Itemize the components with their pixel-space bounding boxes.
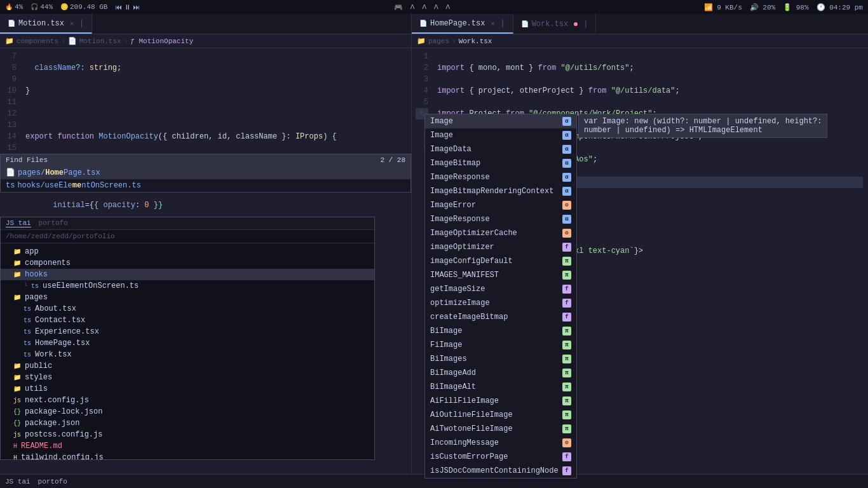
filetree-tab-js[interactable]: JS tai [6, 219, 31, 227]
tree-item-tailwind[interactable]: H tailwind.config.js [1, 452, 374, 459]
tree-item-pages[interactable]: 📁 pages [1, 292, 374, 303]
lambda-4: Λ [446, 3, 451, 11]
ts-icon-contact: ts [24, 317, 31, 324]
find-files-path-1: pages/HomePage.tsx [18, 168, 100, 177]
topbar: 🔥 4% 🎧 44% 🪙 209.48 GB ⏮ ⏸ ⏭ 🎮 Λ Λ Λ Λ 📶… [0, 0, 868, 14]
folder-icon-pages: 📁 [13, 294, 21, 301]
volume-level: 🔊 20% [750, 3, 775, 11]
pause-icon[interactable]: ⏸ [124, 3, 131, 11]
homepage-icon: 📄 [419, 20, 427, 27]
tree-item-components[interactable]: 📁 components [1, 257, 374, 269]
find-files-item-homepage[interactable]: 📄 pages/HomePage.tsx [1, 166, 410, 179]
tab-homepage-tsx[interactable]: 📄 HomePage.tsx ✕ | [412, 14, 513, 34]
ac-item-iscustomerrorpage[interactable]: isCustomErrorPage f [425, 450, 576, 464]
tab-motion-tsx[interactable]: 📄 Motion.tsx ✕ | [0, 14, 92, 34]
bc-motion: Motion.tsx [79, 37, 121, 45]
ac-item-imageoptimizercache[interactable]: ImageOptimizerCache ⚙ [425, 226, 576, 240]
tree-item-homepage[interactable]: ts HomePage.tsx [1, 337, 374, 349]
tree-item-public[interactable]: 📁 public [1, 360, 374, 372]
ac-item-incomingmessage[interactable]: IncomingMessage ⚙ [425, 436, 576, 450]
find-files-overlay: Find Files 2 / 28 📄 pages/HomePage.tsx t… [0, 154, 411, 193]
ac-item-aioutlinefileimage[interactable]: AiOutlineFileImage π [425, 408, 576, 422]
tree-item-package[interactable]: {} package.json [1, 417, 374, 429]
tree-label-packagelock: package-lock.json [25, 407, 102, 416]
storage-value: 209.48 GB [70, 3, 107, 11]
storage-item: 🪙 209.48 GB [60, 3, 107, 11]
tree-item-hooks[interactable]: 📁 hooks [1, 269, 374, 280]
status-item-portofo: portofo [38, 478, 67, 485]
find-files-count: 2 / 28 [380, 156, 405, 164]
filetree-tab-portofo[interactable]: portofo [39, 219, 68, 227]
bc-icon2: 📄 [68, 37, 77, 45]
ac-item-biimageadd[interactable]: BiImageAdd π [425, 366, 576, 380]
battery-level: 🔋 98% [783, 3, 808, 11]
right-bc-file: Work.tsx [459, 37, 492, 45]
tree-label-work: Work.tsx [35, 350, 72, 359]
tree-item-readme[interactable]: H README.md [1, 440, 374, 452]
tree-item-nextconfig[interactable]: js next.config.js [1, 395, 374, 406]
ac-item-imagedata[interactable]: ImageData α [425, 142, 576, 156]
tree-item-packagelock[interactable]: {} package-lock.json [1, 406, 374, 417]
prev-icon[interactable]: ⏮ [115, 3, 122, 11]
tree-item-styles[interactable]: 📁 styles [1, 372, 374, 383]
ac-item-imagebitmap[interactable]: ImageBitmap α [425, 156, 576, 170]
tree-label-readme: README.md [21, 442, 62, 451]
left-tabbar: 📄 Motion.tsx ✕ | [0, 14, 411, 34]
next-icon[interactable]: ⏭ [133, 3, 140, 11]
tree-label-homepage: HomePage.tsx [35, 339, 90, 348]
ac-item-imageresponse[interactable]: ImageResponse α [425, 170, 576, 184]
ac-item-optimizeimage[interactable]: optimizeImage f [425, 296, 576, 310]
status-item-js: JS tai [5, 478, 31, 485]
ac-item-images-manifest[interactable]: IMAGES_MANIFEST π [425, 268, 576, 282]
right-breadcrumb: 📁 pages › Work.tsx [412, 34, 868, 48]
tree-item-app[interactable]: 📁 app [1, 246, 374, 257]
file-icon-ts: ts [6, 181, 15, 190]
tree-item-experience[interactable]: ts Experience.tsx [1, 326, 374, 337]
ac-item-isjsdoccomment[interactable]: isJSDocCommentContainingNode f [425, 464, 576, 478]
json-icon-package: {} [13, 420, 21, 427]
ac-item-biimagealt[interactable]: BiImageAlt π [425, 380, 576, 394]
ac-item-biimages[interactable]: BiImages π [425, 352, 576, 366]
ac-item-imagebitmaprendering[interactable]: ImageBitmapRenderingContext α [425, 184, 576, 198]
ac-item-getimagesize[interactable]: getImageSize f [425, 282, 576, 296]
bc-components: components [17, 37, 58, 45]
ts-icon-experience: ts [24, 329, 31, 336]
filetree-panel: JS tai portofo /home/zedd/zedd/portofoli… [0, 217, 375, 460]
work-icon: 📄 [521, 20, 529, 28]
ac-item-image2[interactable]: Image α [425, 128, 576, 142]
tab-work-tsx[interactable]: 📄 Work.tsx | [513, 14, 597, 34]
ac-item-imageconfigdefault[interactable]: imageConfigDefault π [425, 254, 576, 268]
js-icon-nextconfig: js [13, 397, 21, 404]
ac-item-aifillfileimage[interactable]: AiFillFileImage π [425, 394, 576, 408]
tab-homepage-close[interactable]: ✕ [491, 20, 494, 27]
folder-icon-utils: 📁 [13, 385, 21, 393]
tree-label-utils: utils [25, 384, 48, 393]
js-icon-tailwind: H [13, 454, 17, 460]
tree-item-postcss[interactable]: js postcss.config.js [1, 429, 374, 440]
tree-item-utils[interactable]: 📁 utils [1, 383, 374, 395]
left-breadcrumb: 📁 components › 📄 Motion.tsx › ƒ MotionOp… [0, 34, 411, 48]
tree-item-work[interactable]: ts Work.tsx [1, 349, 374, 360]
ac-item-imageoptimizer[interactable]: imageOptimizer f [425, 240, 576, 254]
tree-label-postcss: postcss.config.js [25, 430, 102, 439]
find-files-item-hooks[interactable]: ts hooks/useElementOnScreen.ts [1, 179, 410, 192]
media-controls[interactable]: ⏮ ⏸ ⏭ [115, 3, 140, 11]
ac-item-fiimage[interactable]: FiImage π [425, 338, 576, 352]
tab-motion-close[interactable]: ✕ [70, 20, 74, 27]
ts-icon-useelementonscreen: ts [31, 283, 39, 290]
right-line-2: import { project, otherProject } from "@… [437, 85, 863, 97]
ac-item-createimagebitmap[interactable]: createImageBitmap f [425, 310, 576, 324]
folder-icon-components: 📁 [13, 259, 21, 267]
ac-item-image-selected[interactable]: Image α [425, 114, 576, 128]
unsaved-dot [574, 22, 578, 26]
ac-item-imageresponse2[interactable]: ImageResponse α [425, 212, 576, 226]
tree-label-contact: Contact.tsx [35, 316, 85, 325]
tree-item-contact[interactable]: ts Contact.tsx [1, 315, 374, 326]
tree-item-about[interactable]: ts About.tsx [1, 303, 374, 315]
ac-item-biimage[interactable]: BiImage π [425, 324, 576, 338]
tree-item-useelementonscreen[interactable]: └ ts useElementOnScreen.ts [1, 280, 374, 292]
tree-label-hooks: hooks [25, 270, 48, 279]
ac-item-imageerror[interactable]: ImageError ⚙ [425, 198, 576, 212]
tree-label-app: app [25, 247, 39, 256]
ac-item-aitwotonefileimage[interactable]: AiTwotoneFileImage π [425, 422, 576, 436]
